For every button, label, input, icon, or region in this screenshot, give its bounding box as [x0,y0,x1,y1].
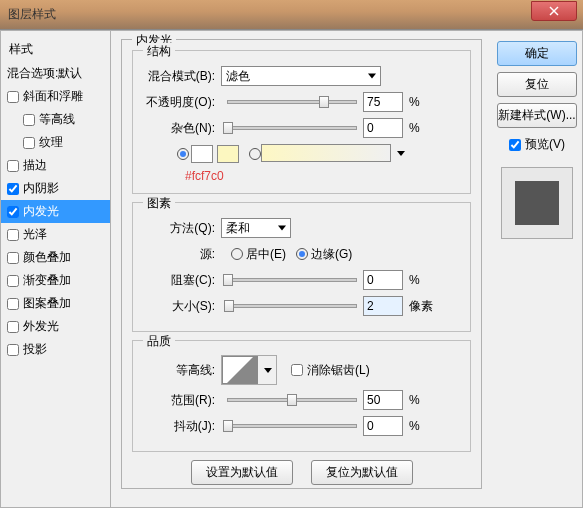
contour-thumb-icon [222,356,258,384]
action-panel: 确定 复位 新建样式(W)... 预览(V) [492,31,582,507]
source-label: 源: [143,246,221,263]
hex-note: #fcf7c0 [185,169,460,183]
blend-options-label: 混合选项:默认 [7,65,82,82]
style-item-outer-glow[interactable]: 外发光 [1,315,110,338]
noise-input[interactable] [363,118,403,138]
elements-legend: 图素 [143,195,175,212]
close-button[interactable] [531,1,577,21]
style-list-header: 样式 [1,37,110,62]
style-list-panel: 样式 混合选项:默认 斜面和浮雕 等高线 纹理 描边 内阴影 内发光 光泽 颜色… [1,31,111,507]
color-radio[interactable] [177,148,189,160]
inner-glow-checkbox[interactable] [7,206,19,218]
style-item-inner-shadow[interactable]: 内阴影 [1,177,110,200]
jitter-label: 抖动(J): [143,418,221,435]
blend-mode-label: 混合模式(B): [143,68,221,85]
make-default-button[interactable]: 设置为默认值 [191,460,293,485]
blend-options-item[interactable]: 混合选项:默认 [1,62,110,85]
pattern-overlay-checkbox[interactable] [7,298,19,310]
inner-glow-fieldset: 内发光 结构 混合模式(B): 滤色 不透明度(O): % 杂色(N): [121,39,482,489]
style-item-drop-shadow[interactable]: 投影 [1,338,110,361]
dialog-body: 样式 混合选项:默认 斜面和浮雕 等高线 纹理 描边 内阴影 内发光 光泽 颜色… [0,30,583,508]
contour-checkbox[interactable] [23,114,35,126]
opacity-slider[interactable] [227,100,357,104]
range-slider[interactable] [227,398,357,402]
outer-glow-checkbox[interactable] [7,321,19,333]
style-item-pattern-overlay[interactable]: 图案叠加 [1,292,110,315]
preview-swatch [515,181,559,225]
style-item-gradient-overlay[interactable]: 渐变叠加 [1,269,110,292]
reset-default-button[interactable]: 复位为默认值 [311,460,413,485]
swatch-white[interactable] [191,145,213,163]
style-item-color-overlay[interactable]: 颜色叠加 [1,246,110,269]
size-label: 大小(S): [143,298,221,315]
size-slider[interactable] [227,304,357,308]
drop-shadow-checkbox[interactable] [7,344,19,356]
chevron-down-icon [368,74,376,79]
antialias-checkbox[interactable] [291,364,303,376]
style-item-stroke[interactable]: 描边 [1,154,110,177]
opacity-input[interactable] [363,92,403,112]
preview-label: 预览(V) [525,136,565,153]
ok-button[interactable]: 确定 [497,41,577,66]
bevel-checkbox[interactable] [7,91,19,103]
choke-slider[interactable] [227,278,357,282]
preview-box [501,167,573,239]
swatch-cream[interactable] [217,145,239,163]
style-item-satin[interactable]: 光泽 [1,223,110,246]
chevron-down-icon [278,226,286,231]
new-style-button[interactable]: 新建样式(W)... [497,103,577,128]
source-edge-radio[interactable] [296,248,308,260]
contour-picker[interactable] [221,355,277,385]
jitter-slider[interactable] [227,424,357,428]
close-icon [549,6,559,16]
preview-checkbox[interactable] [509,139,521,151]
gradient-radio[interactable] [249,148,261,160]
chevron-down-icon [264,368,272,373]
style-item-texture[interactable]: 纹理 [1,131,110,154]
inner-shadow-checkbox[interactable] [7,183,19,195]
range-label: 范围(R): [143,392,221,409]
style-item-inner-glow[interactable]: 内发光 [1,200,110,223]
stroke-checkbox[interactable] [7,160,19,172]
technique-label: 方法(Q): [143,220,221,237]
style-item-bevel[interactable]: 斜面和浮雕 [1,85,110,108]
range-input[interactable] [363,390,403,410]
settings-panel: 内发光 结构 混合模式(B): 滤色 不透明度(O): % 杂色(N): [111,31,492,507]
structure-legend: 结构 [143,43,175,60]
antialias-label: 消除锯齿(L) [307,362,370,379]
choke-label: 阻塞(C): [143,272,221,289]
color-overlay-checkbox[interactable] [7,252,19,264]
title-bar: 图层样式 [0,0,583,30]
source-center-radio[interactable] [231,248,243,260]
choke-input[interactable] [363,270,403,290]
satin-checkbox[interactable] [7,229,19,241]
structure-group: 结构 混合模式(B): 滤色 不透明度(O): % 杂色(N): % [132,50,471,194]
gradient-overlay-checkbox[interactable] [7,275,19,287]
chevron-down-icon [397,151,405,156]
cancel-button[interactable]: 复位 [497,72,577,97]
noise-slider[interactable] [227,126,357,130]
opacity-label: 不透明度(O): [143,94,221,111]
jitter-input[interactable] [363,416,403,436]
texture-checkbox[interactable] [23,137,35,149]
blend-mode-dropdown[interactable]: 滤色 [221,66,381,86]
quality-group: 品质 等高线: 消除锯齿(L) 范围(R): % 抖动(J): [132,340,471,452]
contour-label: 等高线: [143,362,221,379]
size-input[interactable] [363,296,403,316]
gradient-picker[interactable] [261,144,391,165]
technique-dropdown[interactable]: 柔和 [221,218,291,238]
window-title: 图层样式 [8,6,56,23]
style-item-contour[interactable]: 等高线 [1,108,110,131]
elements-group: 图素 方法(Q): 柔和 源: 居中(E) 边缘(G) 阻塞(C): % [132,202,471,332]
noise-label: 杂色(N): [143,120,221,137]
quality-legend: 品质 [143,333,175,350]
